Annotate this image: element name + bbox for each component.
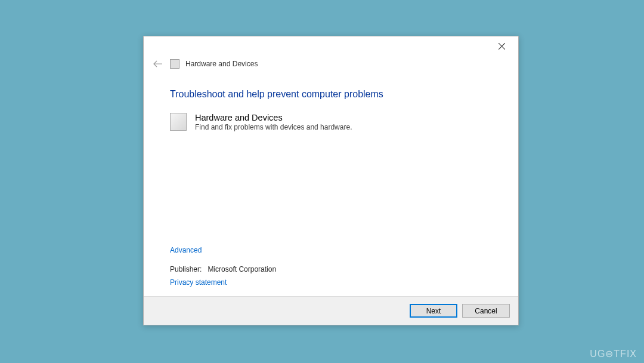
cancel-button[interactable]: Cancel: [462, 304, 510, 318]
publisher-value: Microsoft Corporation: [208, 265, 276, 273]
privacy-statement-link[interactable]: Privacy statement: [170, 278, 492, 287]
troubleshooter-item: Hardware and Devices Find and fix proble…: [170, 113, 492, 131]
watermark: UG⊖TFIX: [590, 348, 637, 359]
troubleshooter-dialog: Hardware and Devices Troubleshoot and he…: [143, 36, 519, 325]
hardware-icon: [170, 113, 187, 131]
button-bar: Next Cancel: [144, 296, 518, 325]
publisher-label: Publisher:: [170, 265, 202, 273]
troubleshooter-header-icon: [170, 59, 179, 69]
back-button[interactable]: [152, 58, 164, 70]
header-title: Hardware and Devices: [185, 60, 258, 68]
titlebar: [144, 36, 518, 56]
close-icon: [499, 43, 505, 50]
header-row: Hardware and Devices: [144, 56, 518, 77]
content-area: Troubleshoot and help prevent computer p…: [144, 77, 518, 296]
close-button[interactable]: [490, 38, 513, 54]
advanced-link[interactable]: Advanced: [170, 246, 492, 254]
next-button[interactable]: Next: [410, 304, 457, 318]
troubleshooter-title: Hardware and Devices: [195, 113, 352, 122]
publisher-row: Publisher: Microsoft Corporation: [170, 265, 492, 273]
troubleshooter-text: Hardware and Devices Find and fix proble…: [195, 113, 352, 131]
arrow-left-icon: [153, 60, 163, 67]
troubleshooter-description: Find and fix problems with devices and h…: [195, 123, 352, 131]
main-heading: Troubleshoot and help prevent computer p…: [170, 89, 492, 100]
